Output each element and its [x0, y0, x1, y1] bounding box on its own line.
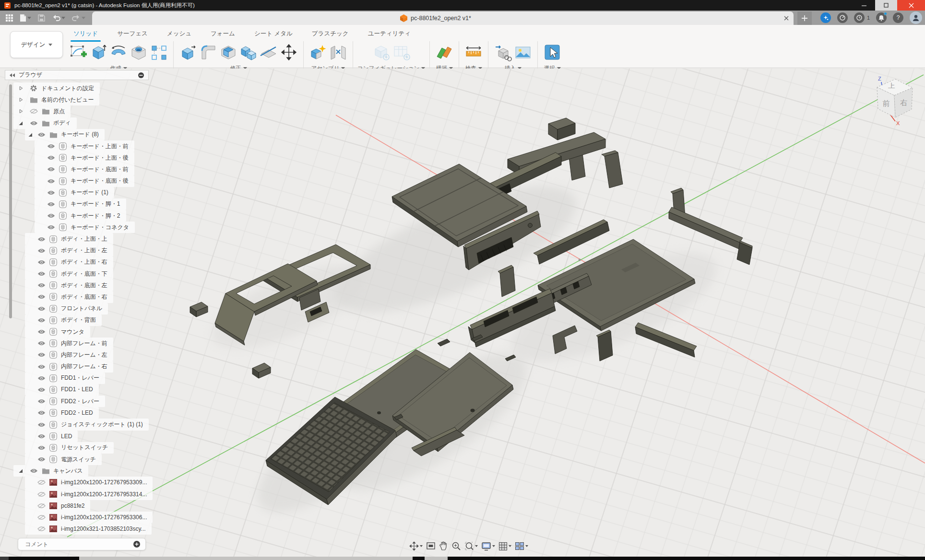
- look-at-tool[interactable]: [426, 541, 436, 551]
- expand-arrow-icon[interactable]: [25, 364, 36, 369]
- expand-arrow-icon[interactable]: [13, 97, 28, 102]
- ribbon-tab[interactable]: メッシュ: [164, 29, 194, 41]
- create-sketch-button[interactable]: [68, 41, 88, 63]
- visibility-eye-icon[interactable]: [36, 479, 47, 485]
- visibility-eye-icon[interactable]: [36, 503, 47, 509]
- ribbon-tab[interactable]: フォーム: [208, 29, 238, 41]
- expand-arrow-icon[interactable]: [25, 318, 36, 323]
- expand-arrow-icon[interactable]: [25, 283, 36, 288]
- visibility-eye-icon[interactable]: [36, 132, 47, 138]
- browser-tree-item[interactable]: キーボード・脚・1: [35, 198, 126, 210]
- visibility-eye-icon[interactable]: [36, 526, 47, 532]
- browser-tree-item[interactable]: 名前の付いたビュー: [13, 94, 99, 105]
- visibility-eye-icon[interactable]: [28, 108, 40, 114]
- browser-tree-item[interactable]: FDD1・レバー: [25, 373, 105, 384]
- browser-header[interactable]: ブラウザ: [5, 70, 149, 80]
- pan-tool[interactable]: [439, 540, 449, 552]
- fit-view-tool[interactable]: [464, 540, 478, 552]
- joint-button[interactable]: [328, 41, 348, 63]
- orbit-tool[interactable]: [409, 540, 423, 552]
- insert-derive-button[interactable]: [493, 41, 513, 63]
- ribbon-tab[interactable]: ユーティリティ: [365, 29, 414, 41]
- save-icon[interactable]: [38, 14, 45, 22]
- visibility-eye-icon[interactable]: [36, 259, 47, 265]
- press-pull-button[interactable]: [178, 41, 198, 63]
- expand-arrow-icon[interactable]: [25, 294, 36, 299]
- measure-button[interactable]: [463, 41, 484, 63]
- minimize-button[interactable]: [853, 0, 875, 11]
- visibility-eye-icon[interactable]: [45, 190, 57, 196]
- undo-icon[interactable]: [52, 14, 65, 21]
- browser-tree-item[interactable]: 内部フレーム・前: [25, 338, 113, 349]
- browser-tree-item[interactable]: キーボード・上面・前: [35, 140, 134, 152]
- expand-arrow-icon[interactable]: [25, 248, 36, 253]
- browser-tree-item[interactable]: i-img1200x321-1703852103scy...: [25, 523, 152, 535]
- expand-arrow-icon[interactable]: [25, 422, 36, 427]
- add-comment-icon[interactable]: [133, 540, 141, 548]
- browser-tree-item[interactable]: キーボード (8): [25, 129, 105, 140]
- visibility-eye-icon[interactable]: [36, 410, 47, 416]
- browser-tree-item[interactable]: 内部フレーム・右: [25, 361, 113, 373]
- browser-tree-item[interactable]: ボディ: [13, 117, 77, 129]
- browser-tree-item[interactable]: i-img1200x1200-172767953314...: [25, 489, 153, 500]
- expand-arrow-icon[interactable]: [13, 468, 28, 473]
- split-body-button[interactable]: [259, 41, 279, 63]
- visibility-eye-icon[interactable]: [36, 282, 47, 288]
- extrude-button[interactable]: [88, 41, 108, 63]
- browser-tree-item[interactable]: pc881fe2: [25, 500, 90, 512]
- expand-arrow-icon[interactable]: [25, 376, 36, 381]
- visibility-eye-icon[interactable]: [36, 433, 47, 439]
- new-document-tab-button[interactable]: [797, 12, 812, 25]
- browser-tree-item[interactable]: FDD2・LED: [25, 407, 99, 419]
- shell-button[interactable]: [218, 41, 238, 63]
- visibility-eye-icon[interactable]: [36, 294, 47, 300]
- visibility-eye-icon[interactable]: [36, 456, 47, 462]
- visibility-eye-icon[interactable]: [45, 155, 57, 161]
- visibility-eye-icon[interactable]: [28, 120, 40, 126]
- browser-tree-item[interactable]: ジョイスティックポート (1) (1): [25, 419, 149, 430]
- browser-tree-item[interactable]: LED: [25, 431, 78, 442]
- redo-icon[interactable]: [72, 14, 85, 21]
- visibility-eye-icon[interactable]: [36, 387, 47, 393]
- browser-tree-item[interactable]: 原点: [13, 105, 71, 117]
- visibility-eye-icon[interactable]: [36, 271, 47, 277]
- visibility-eye-icon[interactable]: [36, 317, 47, 323]
- visibility-eye-icon[interactable]: [36, 375, 47, 381]
- select-button[interactable]: [542, 41, 562, 63]
- expand-arrow-icon[interactable]: [25, 480, 36, 485]
- visibility-eye-icon[interactable]: [45, 213, 57, 219]
- expand-arrow-icon[interactable]: [25, 329, 36, 334]
- notifications-bell-icon[interactable]: [876, 12, 887, 23]
- comment-bar[interactable]: コメント: [18, 538, 146, 550]
- user-avatar[interactable]: [910, 12, 922, 24]
- visibility-eye-icon[interactable]: [36, 329, 47, 335]
- browser-tree-item[interactable]: ドキュメントの設定: [13, 82, 100, 94]
- expand-arrow-icon[interactable]: [35, 190, 45, 195]
- browser-tree-item[interactable]: キーボード・コネクタ: [35, 222, 135, 233]
- maximize-button[interactable]: [875, 0, 897, 11]
- browser-tree-item[interactable]: FDD1・LED: [25, 384, 99, 396]
- browser-tree-item[interactable]: リセットスイッチ: [25, 442, 114, 454]
- ribbon-tab[interactable]: シート メタル: [251, 29, 296, 41]
- browser-tree-item[interactable]: キーボード・脚・2: [35, 210, 126, 222]
- insert-image-button[interactable]: [513, 41, 533, 63]
- browser-tree-item[interactable]: ボディ・背面: [25, 315, 102, 326]
- expand-arrow-icon[interactable]: [35, 202, 45, 207]
- expand-arrow-icon[interactable]: [25, 132, 36, 137]
- visibility-eye-icon[interactable]: [36, 445, 47, 451]
- expand-arrow-icon[interactable]: [25, 526, 36, 531]
- extensions-icon[interactable]: [820, 12, 831, 23]
- browser-tree-item[interactable]: ボディ・底面・左: [25, 280, 113, 291]
- expand-arrow-icon[interactable]: [25, 445, 36, 450]
- expand-arrow-icon[interactable]: [35, 167, 45, 172]
- expand-arrow-icon[interactable]: [25, 237, 36, 242]
- history-clock-icon[interactable]: [854, 12, 865, 23]
- workspace-switcher[interactable]: デザイン: [10, 31, 63, 58]
- close-document-icon[interactable]: [779, 12, 794, 25]
- expand-arrow-icon[interactable]: [25, 515, 36, 520]
- hole-button[interactable]: [129, 41, 149, 63]
- job-status-icon[interactable]: [837, 12, 848, 23]
- expand-arrow-icon[interactable]: [25, 352, 36, 357]
- visibility-eye-icon[interactable]: [36, 422, 47, 428]
- expand-arrow-icon[interactable]: [35, 144, 45, 149]
